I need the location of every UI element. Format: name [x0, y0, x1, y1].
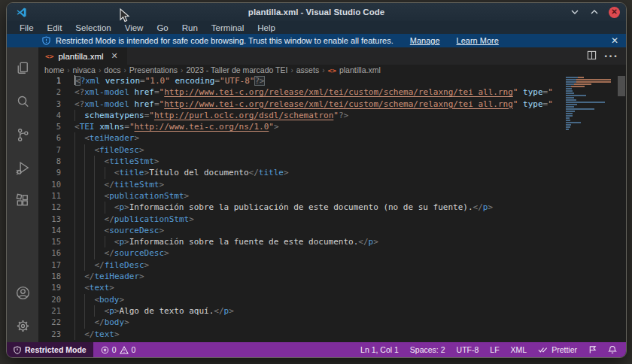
chevron-right-icon: ›	[322, 66, 324, 74]
code-line-8[interactable]: 8<titleStmt>	[38, 156, 612, 167]
restricted-mode-status[interactable]: Restricted Mode	[7, 342, 93, 357]
code-line-5[interactable]: 5<TEI xmlns="http://www.tei-c.org/ns/1.0…	[38, 121, 612, 132]
encoding-status[interactable]: UTF-8	[457, 345, 479, 354]
indent-guide	[74, 329, 84, 340]
code-line-20[interactable]: 20<body>	[38, 294, 612, 305]
indent-guide	[94, 305, 104, 317]
code-line-2[interactable]: 2<?xml-model href="http://www.tei-c.org/…	[38, 86, 612, 98]
breadcrumb-item[interactable]: home	[44, 65, 64, 74]
indent-guide	[84, 202, 94, 213]
indentation-status[interactable]: Spaces: 2	[410, 345, 445, 354]
code-line-21[interactable]: 21<p>Algo de texto aquí.</p>	[38, 305, 612, 317]
xml-file-icon: <>	[327, 66, 336, 74]
formatter-status[interactable]: Prettier	[538, 345, 577, 354]
line-number: 7	[38, 144, 61, 156]
breadcrumb-item[interactable]: nivaca	[73, 65, 96, 74]
indent-guide	[94, 167, 104, 178]
code-line-19[interactable]: 19<text>	[38, 282, 612, 293]
menu-go[interactable]: Go	[150, 23, 175, 32]
breadcrumb-item[interactable]: docs	[104, 65, 120, 74]
minimap[interactable]	[566, 77, 615, 131]
code-editor[interactable]: 1<?xml version="1.0" encoding="UTF-8"?>2…	[38, 75, 626, 342]
code-line-6[interactable]: 6<teiHeader>	[38, 132, 612, 144]
breadcrumb: home›nivaca›docs›Presentations›2023 - Ta…	[38, 65, 626, 75]
code-line-17[interactable]: 17</fileDesc>	[38, 259, 612, 271]
breadcrumb-item[interactable]: Presentations	[129, 65, 178, 74]
run-and-debug-icon[interactable]	[7, 151, 38, 184]
scrollbar-thumb[interactable]	[618, 76, 625, 96]
indent-guide	[84, 214, 94, 225]
problems-status[interactable]: 0 0	[93, 345, 144, 354]
error-count: 0	[112, 345, 117, 354]
indent-guide	[74, 179, 84, 190]
indent-guide	[94, 225, 104, 236]
code-line-1[interactable]: 1<?xml version="1.0" encoding="UTF-8"?>	[38, 75, 612, 86]
chevron-right-icon: ›	[290, 66, 293, 74]
code-line-10[interactable]: 10</titleStmt>	[38, 179, 612, 190]
maximize-button[interactable]	[589, 7, 600, 17]
code-line-15[interactable]: 15<p>Información sobre la fuente de este…	[38, 236, 612, 247]
code-line-3[interactable]: 3<?xml-model href="http://www.tei-c.org/…	[38, 99, 612, 110]
line-number: 9	[38, 167, 61, 178]
indent-guide	[105, 236, 114, 247]
vertical-scrollbar[interactable]	[617, 75, 626, 342]
menu-edit[interactable]: Edit	[41, 23, 69, 32]
breadcrumb-item[interactable]: 2023 - Taller de marcado TEI	[186, 65, 287, 74]
account-icon[interactable]	[7, 276, 38, 309]
indent-guide	[84, 259, 94, 271]
menu-selection[interactable]: Selection	[68, 23, 117, 32]
cursor-position-status[interactable]: Ln 1, Col 1	[360, 345, 399, 354]
code-line-23[interactable]: 23</text>	[38, 329, 612, 340]
banner-close-icon[interactable]: ✕	[611, 35, 618, 46]
close-button[interactable]: ✕	[609, 7, 620, 18]
menu-run[interactable]: Run	[175, 23, 205, 32]
code-line-9[interactable]: 9<title>Título del documento</title>	[38, 167, 612, 178]
activity-bar	[7, 47, 38, 342]
line-number: 22	[38, 317, 61, 328]
mouse-cursor	[118, 8, 130, 23]
code-line-7[interactable]: 7<fileDesc>	[38, 144, 612, 156]
indent-guide	[74, 282, 84, 293]
code-line-4[interactable]: 4schematypens="http://purl.oclc.org/dsdl…	[38, 110, 612, 121]
breadcrumb-item[interactable]: assets	[296, 65, 319, 74]
code-line-13[interactable]: 13</publicationStmt>	[38, 214, 612, 225]
code-line-18[interactable]: 18</teiHeader>	[38, 271, 612, 282]
indent-guide	[74, 317, 84, 328]
indent-guide	[74, 190, 84, 202]
minimize-button[interactable]	[570, 7, 580, 17]
indent-guide	[94, 179, 104, 190]
more-actions-icon[interactable]: ···	[604, 50, 618, 63]
indent-guide	[94, 214, 104, 225]
line-number: 15	[38, 236, 61, 247]
menu-file[interactable]: File	[13, 23, 41, 32]
menu-terminal[interactable]: Terminal	[205, 23, 251, 32]
code-line-16[interactable]: 16</sourceDesc>	[38, 247, 612, 259]
status-bar: Restricted Mode 0 0 Ln 1, Col 1 Spaces: …	[7, 342, 626, 357]
source-control-icon[interactable]	[7, 118, 38, 151]
eol-status[interactable]: LF	[490, 345, 499, 354]
chevron-right-icon: ›	[67, 66, 69, 74]
code-line-12[interactable]: 12<p>Información sobre la publicación de…	[38, 202, 612, 213]
settings-gear-icon[interactable]	[7, 309, 38, 342]
learn-more-link[interactable]: Learn More	[457, 36, 499, 45]
tab-close-icon[interactable]: ✕	[111, 51, 118, 61]
code-line-14[interactable]: 14<sourceDesc>	[38, 225, 612, 236]
indent-guide	[84, 225, 94, 236]
code-line-11[interactable]: 11<publicationStmt>	[38, 190, 612, 202]
language-status[interactable]: XML	[511, 345, 527, 354]
indent-guide	[94, 202, 104, 213]
code-line-24[interactable]: 24</TEI>	[38, 340, 612, 342]
manage-link[interactable]: Manage	[410, 36, 440, 45]
code-line-22[interactable]: 22</body>	[38, 317, 612, 328]
extensions-icon[interactable]	[7, 184, 38, 217]
feedback-flag-icon[interactable]	[588, 345, 597, 354]
search-icon[interactable]	[7, 85, 38, 118]
breadcrumb-file[interactable]: <>plantilla.xml	[327, 65, 380, 74]
explorer-icon[interactable]	[7, 52, 38, 85]
line-number: 14	[38, 225, 61, 236]
notifications-bell-icon[interactable]	[608, 345, 617, 354]
split-editor-icon[interactable]	[587, 50, 597, 63]
menu-view[interactable]: View	[118, 23, 150, 32]
menu-help[interactable]: Help	[251, 23, 282, 32]
tab-plantilla-xml[interactable]: <> plantilla.xml ✕	[38, 47, 127, 65]
